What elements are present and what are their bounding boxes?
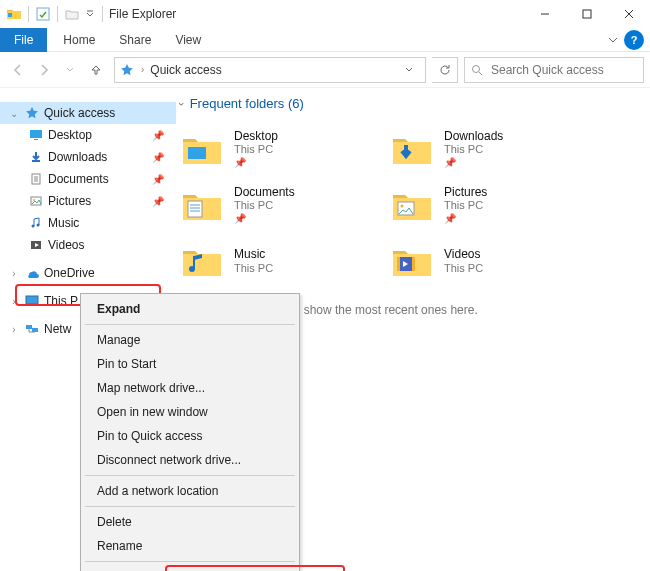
cm-delete[interactable]: Delete [83, 510, 297, 534]
explorer-app-icon [6, 6, 22, 22]
svg-rect-2 [583, 10, 591, 18]
tree-music[interactable]: Music [0, 212, 176, 234]
tree-quick-access[interactable]: ⌄ Quick access [0, 102, 176, 124]
home-tab[interactable]: Home [51, 29, 107, 51]
separator [85, 324, 295, 325]
tree-videos[interactable]: Videos [0, 234, 176, 256]
ribbon-tabs: File Home Share View ? [0, 28, 650, 52]
folder-name: Documents [234, 185, 295, 199]
cm-add-network-location[interactable]: Add a network location [83, 479, 297, 503]
pin-icon: 📌 [444, 213, 487, 225]
tree-pictures[interactable]: Pictures 📌 [0, 190, 176, 212]
svg-point-9 [32, 225, 35, 228]
svg-rect-23 [412, 257, 415, 271]
folder-location: This PC [234, 199, 295, 212]
svg-rect-12 [26, 296, 38, 304]
search-box[interactable] [464, 57, 644, 83]
downloads-icon [28, 149, 44, 165]
pin-icon: 📌 [234, 157, 278, 169]
address-bar[interactable]: › Quick access [114, 57, 426, 83]
folder-music[interactable]: Music This PC [180, 233, 390, 289]
forward-button[interactable] [36, 62, 52, 78]
help-icon[interactable]: ? [624, 30, 644, 50]
cm-properties[interactable]: Properties [83, 565, 297, 571]
quick-access-star-icon [24, 105, 40, 121]
frequent-folders-header[interactable]: › Frequent folders (6) [180, 96, 642, 111]
folder-name: Videos [444, 247, 483, 261]
file-tab[interactable]: File [0, 28, 47, 52]
quick-access-toolbar [6, 6, 96, 22]
svg-rect-15 [32, 328, 38, 332]
folder-name: Downloads [444, 129, 503, 143]
chevron-right-icon[interactable]: › [8, 296, 20, 307]
new-folder-qat-icon[interactable] [64, 6, 80, 22]
share-tab[interactable]: Share [107, 29, 163, 51]
folder-desktop[interactable]: Desktop This PC 📌 [180, 121, 390, 177]
svg-rect-22 [397, 257, 400, 271]
address-chevron-icon[interactable]: › [141, 64, 144, 75]
desktop-icon [28, 127, 44, 143]
tree-onedrive[interactable]: › OneDrive [0, 262, 176, 284]
folder-location: This PC [234, 143, 278, 156]
folder-videos[interactable]: Videos This PC [390, 233, 600, 289]
cm-pin-to-start[interactable]: Pin to Start [83, 352, 297, 376]
refresh-button[interactable] [432, 57, 458, 83]
folder-location: This PC [444, 262, 483, 275]
separator [57, 6, 58, 22]
ribbon-expand-icon[interactable] [604, 35, 622, 45]
svg-rect-16 [188, 147, 206, 159]
cm-manage[interactable]: Manage [83, 328, 297, 352]
music-icon [28, 215, 44, 231]
onedrive-icon [24, 265, 40, 281]
cm-map-network-drive[interactable]: Map network drive... [83, 376, 297, 400]
cm-open-new-window[interactable]: Open in new window [83, 400, 297, 424]
separator [85, 506, 295, 507]
properties-qat-icon[interactable] [35, 6, 51, 22]
folder-documents[interactable]: Documents This PC 📌 [180, 177, 390, 233]
search-input[interactable] [489, 62, 643, 78]
window-controls [524, 0, 650, 28]
cm-rename[interactable]: Rename [83, 534, 297, 558]
folder-name: Pictures [444, 185, 487, 199]
window-title: File Explorer [109, 7, 176, 21]
chevron-down-icon[interactable]: ⌄ [8, 108, 20, 119]
folder-icon [180, 241, 224, 281]
address-dropdown-icon[interactable] [405, 66, 421, 74]
folder-location: This PC [444, 199, 487, 212]
folder-icon [180, 185, 224, 225]
cm-expand[interactable]: Expand [83, 297, 297, 321]
tree-documents[interactable]: Documents 📌 [0, 168, 176, 190]
minimize-button[interactable] [524, 0, 566, 28]
svg-rect-4 [30, 130, 42, 138]
chevron-down-icon: › [176, 102, 188, 106]
folder-pictures[interactable]: Pictures This PC 📌 [390, 177, 600, 233]
context-menu: Expand Manage Pin to Start Map network d… [80, 293, 300, 571]
svg-rect-5 [34, 139, 38, 140]
tree-desktop[interactable]: Desktop 📌 [0, 124, 176, 146]
qat-customize-dropdown[interactable] [84, 6, 96, 22]
svg-rect-0 [8, 13, 12, 17]
tree-label: Music [48, 216, 79, 230]
cm-pin-quick-access[interactable]: Pin to Quick access [83, 424, 297, 448]
cm-disconnect-drive[interactable]: Disconnect network drive... [83, 448, 297, 472]
tree-label: Pictures [48, 194, 91, 208]
back-button[interactable] [10, 62, 26, 78]
chevron-right-icon[interactable]: › [8, 268, 20, 279]
view-tab[interactable]: View [163, 29, 213, 51]
videos-icon [28, 237, 44, 253]
up-button[interactable] [88, 62, 104, 78]
recent-locations-dropdown[interactable] [62, 62, 78, 78]
tree-downloads[interactable]: Downloads 📌 [0, 146, 176, 168]
folder-downloads[interactable]: Downloads This PC 📌 [390, 121, 600, 177]
svg-rect-14 [26, 325, 32, 329]
chevron-right-icon[interactable]: › [8, 324, 20, 335]
tree-label: Desktop [48, 128, 92, 142]
pin-icon: 📌 [444, 157, 503, 169]
network-icon [24, 321, 40, 337]
svg-rect-1 [37, 8, 49, 20]
pin-icon: 📌 [234, 213, 295, 225]
close-button[interactable] [608, 0, 650, 28]
folder-icon [180, 129, 224, 169]
maximize-button[interactable] [566, 0, 608, 28]
separator [102, 6, 103, 22]
